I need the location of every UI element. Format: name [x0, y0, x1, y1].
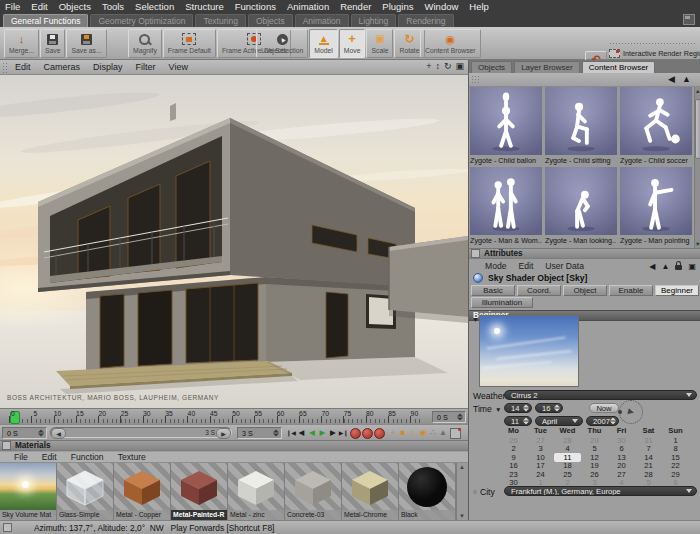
menu-structure[interactable]: Structure [185, 1, 224, 12]
attribute-tab-object[interactable]: Object [563, 285, 607, 296]
viewport-menu-edit[interactable]: Edit [15, 62, 31, 72]
frame-default-button[interactable]: Frame Default [163, 29, 216, 58]
record-position-icon[interactable] [350, 428, 361, 439]
up-icon[interactable]: ▲ [662, 262, 670, 271]
stepper-icon[interactable] [38, 430, 44, 437]
menu-animation[interactable]: Animation [287, 1, 329, 12]
quick-menu-grip[interactable] [609, 42, 697, 46]
month-dropdown[interactable]: April [535, 416, 583, 426]
content-item-zygote-man-looking[interactable]: Zygote - Man looking.. [544, 167, 618, 247]
materials-menu-file[interactable]: File [14, 452, 28, 462]
zoom-icon[interactable]: ↕ [435, 61, 440, 71]
material-metal-painted-r[interactable]: Metal-Painted-R [171, 463, 228, 520]
menu-render[interactable]: Render [340, 1, 371, 12]
autokey-icon[interactable]: ▲ [438, 427, 448, 438]
city-dropdown[interactable]: Frankfurt (M.), Germany, Europe [504, 486, 697, 496]
expander-icon[interactable]: ▼ [495, 406, 501, 413]
rotate-view-icon[interactable]: ↻ [444, 61, 452, 71]
material-metal-copper[interactable]: Metal - Copper [114, 463, 171, 520]
material-concrete-03[interactable]: Concrete-03 [285, 463, 342, 520]
play-backwards-icon[interactable]: ◀ [307, 427, 317, 438]
up-icon[interactable]: ▲ [682, 74, 691, 84]
keyframe-rotation-icon[interactable]: ○ [408, 427, 418, 438]
power-slider[interactable]: ◀ ▶ 3 S [50, 427, 232, 438]
material-metal-chrome[interactable]: Metal-Chrome [342, 463, 399, 520]
sun-dial-widget[interactable] [619, 400, 643, 424]
scroll-down-icon[interactable]: ▼ [695, 241, 700, 247]
attribute-tab-beginner[interactable]: Beginner [655, 285, 699, 296]
palette-tab-general-functions[interactable]: General Functions [3, 14, 88, 27]
scale-button[interactable]: ▣Scale [366, 29, 393, 58]
save-button[interactable]: Save [40, 29, 66, 58]
timeline-end-field[interactable]: 0 S [432, 411, 466, 423]
expander-icon[interactable]: ▼ [472, 316, 479, 323]
viewport-canvas[interactable]: BOSS ARCHITEKTUR, MARIO BOSS, LAUPHEIM, … [0, 75, 468, 408]
palette-tab-objects[interactable]: Objects [248, 14, 293, 27]
record-options-icon[interactable] [450, 428, 461, 439]
viewport-menu-view[interactable]: View [169, 62, 188, 72]
attributes-menu-user-data[interactable]: User Data [545, 261, 584, 271]
attributes-menu-mode[interactable]: Mode [485, 261, 507, 271]
attribute-object-row[interactable]: Sky Shader Object [Sky] [473, 273, 587, 283]
animation-dot-icon[interactable]: ○ [473, 488, 477, 495]
panel-box-icon[interactable] [471, 249, 480, 258]
stepper-icon[interactable] [610, 418, 616, 425]
material-black[interactable]: Black [399, 463, 456, 520]
material-metal-zinc[interactable]: Metal - zinc [228, 463, 285, 520]
material-sky-volume-mat[interactable]: Sky Volume Mat [0, 463, 57, 520]
scroll-down-icon[interactable]: ▼ [459, 513, 465, 519]
material-glass-simple[interactable]: Glass-Simple [57, 463, 114, 520]
move-button[interactable]: +Move [339, 29, 366, 58]
viewport-menu-filter[interactable]: Filter [136, 62, 156, 72]
stepper-icon[interactable] [457, 414, 463, 421]
content-browser-button[interactable]: ◉Content Browser [420, 29, 481, 58]
attribute-tab-coord[interactable]: Coord. [517, 285, 561, 296]
palette-tab-lighting[interactable]: Lighting [351, 14, 397, 27]
materials-title-bar[interactable]: Materials [0, 440, 468, 451]
menu-file[interactable]: File [5, 1, 20, 12]
content-item-zygote-man-wom[interactable]: Zygote - Man & Wom.. [469, 167, 543, 247]
play-forwards-icon[interactable]: ▶ [318, 427, 328, 438]
materials-menu-edit[interactable]: Edit [42, 452, 57, 462]
stepper-icon[interactable] [523, 405, 529, 412]
attribute-tab-basic[interactable]: Basic [471, 285, 515, 296]
keyframe-parameter-icon[interactable]: ◉ [418, 427, 428, 438]
range-end-field[interactable]: 3 S [237, 427, 282, 439]
menu-selection[interactable]: Selection [135, 1, 174, 12]
model-button[interactable]: ▲Model [309, 29, 338, 58]
year-spinner[interactable]: 2007 [586, 416, 619, 426]
merge-button[interactable]: ↓Merge... [4, 29, 39, 58]
materials-menu-texture[interactable]: Texture [118, 452, 146, 462]
current-time-field[interactable]: 0 S [2, 427, 47, 439]
browser-tab-objects[interactable]: Objects [471, 61, 512, 73]
timeline-ruler[interactable]: 0 S 051015202530354045505560657075808590 [0, 408, 468, 424]
slider-left-handle[interactable]: ◀ [51, 428, 66, 439]
scroll-up-icon[interactable]: ▲ [695, 88, 700, 94]
materials-scrollbar[interactable]: ▲ ▼ [456, 463, 468, 520]
minute-spinner[interactable]: 16 [535, 403, 563, 413]
live-selection-button[interactable]: ▲Live Selection [256, 29, 308, 58]
pan-icon[interactable]: + [426, 61, 431, 71]
attributes-title-bar[interactable]: Attributes [469, 248, 700, 259]
palette-tab-animation[interactable]: Animation [295, 14, 349, 27]
menu-functions[interactable]: Functions [235, 1, 276, 12]
stepper-icon[interactable] [273, 430, 279, 437]
materials-menu-function[interactable]: Function [71, 452, 104, 462]
stepper-icon[interactable] [523, 418, 529, 425]
magnify-button[interactable]: Magnify [128, 29, 162, 58]
slider-right-handle[interactable]: ▶ [216, 428, 231, 439]
menu-help[interactable]: Help [469, 1, 489, 12]
content-item-zygote-man-pointing[interactable]: Zygote - Man pointing [619, 167, 693, 247]
menu-window[interactable]: Window [425, 1, 459, 12]
keyframe-position-icon[interactable]: + [388, 427, 398, 438]
lock-icon[interactable] [675, 265, 682, 270]
menu-objects[interactable]: Objects [59, 1, 91, 12]
keyframe-pla-icon[interactable]: ∴ [428, 427, 438, 438]
viewport-menu-display[interactable]: Display [93, 62, 123, 72]
weather-dropdown[interactable]: Cirrus 2 [504, 390, 697, 400]
menu-edit[interactable]: Edit [31, 1, 47, 12]
previous-frame-icon[interactable]: ◀ [297, 427, 307, 438]
record-rotation-icon[interactable] [374, 428, 385, 439]
content-item-zygote-child-soccer[interactable]: Zygote - Child soccer [619, 87, 693, 167]
day-spinner[interactable]: 11 [504, 416, 532, 426]
